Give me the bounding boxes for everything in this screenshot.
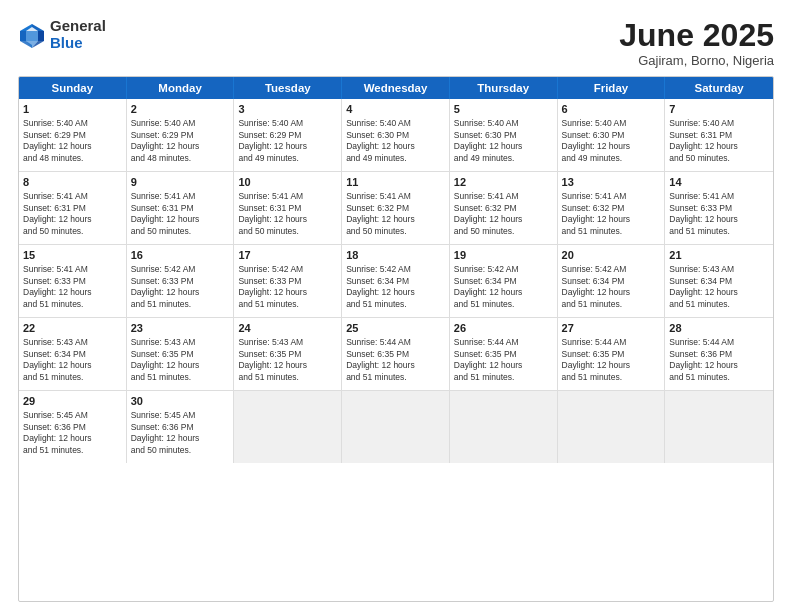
day-number: 16 <box>131 248 230 263</box>
day-cell-22: 22Sunrise: 5:43 AMSunset: 6:34 PMDayligh… <box>19 318 127 390</box>
day-cell-30: 30Sunrise: 5:45 AMSunset: 6:36 PMDayligh… <box>127 391 235 463</box>
weekday-header-monday: Monday <box>127 77 235 99</box>
weekday-header-sunday: Sunday <box>19 77 127 99</box>
logo-text: General Blue <box>50 18 106 51</box>
day-cell-2: 2Sunrise: 5:40 AMSunset: 6:29 PMDaylight… <box>127 99 235 171</box>
cell-info: Sunrise: 5:43 AMSunset: 6:35 PMDaylight:… <box>131 337 230 384</box>
day-cell-15: 15Sunrise: 5:41 AMSunset: 6:33 PMDayligh… <box>19 245 127 317</box>
day-cell-16: 16Sunrise: 5:42 AMSunset: 6:33 PMDayligh… <box>127 245 235 317</box>
day-cell-11: 11Sunrise: 5:41 AMSunset: 6:32 PMDayligh… <box>342 172 450 244</box>
day-cell-24: 24Sunrise: 5:43 AMSunset: 6:35 PMDayligh… <box>234 318 342 390</box>
cell-info: Sunrise: 5:40 AMSunset: 6:30 PMDaylight:… <box>562 118 661 165</box>
day-number: 8 <box>23 175 122 190</box>
day-cell-17: 17Sunrise: 5:42 AMSunset: 6:33 PMDayligh… <box>234 245 342 317</box>
day-number: 7 <box>669 102 769 117</box>
day-number: 21 <box>669 248 769 263</box>
cell-info: Sunrise: 5:42 AMSunset: 6:33 PMDaylight:… <box>131 264 230 311</box>
location: Gajiram, Borno, Nigeria <box>619 53 774 68</box>
day-cell-23: 23Sunrise: 5:43 AMSunset: 6:35 PMDayligh… <box>127 318 235 390</box>
logo-icon <box>18 21 46 49</box>
cell-info: Sunrise: 5:44 AMSunset: 6:36 PMDaylight:… <box>669 337 769 384</box>
svg-marker-3 <box>20 31 26 41</box>
calendar-row-5: 29Sunrise: 5:45 AMSunset: 6:36 PMDayligh… <box>19 391 773 463</box>
day-number: 30 <box>131 394 230 409</box>
day-cell-21: 21Sunrise: 5:43 AMSunset: 6:34 PMDayligh… <box>665 245 773 317</box>
calendar-row-3: 15Sunrise: 5:41 AMSunset: 6:33 PMDayligh… <box>19 245 773 318</box>
cell-info: Sunrise: 5:40 AMSunset: 6:31 PMDaylight:… <box>669 118 769 165</box>
cell-info: Sunrise: 5:44 AMSunset: 6:35 PMDaylight:… <box>454 337 553 384</box>
day-cell-19: 19Sunrise: 5:42 AMSunset: 6:34 PMDayligh… <box>450 245 558 317</box>
day-number: 29 <box>23 394 122 409</box>
cell-info: Sunrise: 5:42 AMSunset: 6:33 PMDaylight:… <box>238 264 337 311</box>
cell-info: Sunrise: 5:43 AMSunset: 6:35 PMDaylight:… <box>238 337 337 384</box>
day-number: 11 <box>346 175 445 190</box>
day-number: 14 <box>669 175 769 190</box>
day-cell-12: 12Sunrise: 5:41 AMSunset: 6:32 PMDayligh… <box>450 172 558 244</box>
day-cell-28: 28Sunrise: 5:44 AMSunset: 6:36 PMDayligh… <box>665 318 773 390</box>
svg-marker-5 <box>38 31 44 41</box>
cell-info: Sunrise: 5:41 AMSunset: 6:33 PMDaylight:… <box>23 264 122 311</box>
day-number: 2 <box>131 102 230 117</box>
cell-info: Sunrise: 5:45 AMSunset: 6:36 PMDaylight:… <box>23 410 122 457</box>
day-cell-7: 7Sunrise: 5:40 AMSunset: 6:31 PMDaylight… <box>665 99 773 171</box>
day-number: 9 <box>131 175 230 190</box>
cell-info: Sunrise: 5:41 AMSunset: 6:32 PMDaylight:… <box>346 191 445 238</box>
day-number: 19 <box>454 248 553 263</box>
weekday-header-thursday: Thursday <box>450 77 558 99</box>
day-cell-5: 5Sunrise: 5:40 AMSunset: 6:30 PMDaylight… <box>450 99 558 171</box>
cell-info: Sunrise: 5:45 AMSunset: 6:36 PMDaylight:… <box>131 410 230 457</box>
cell-info: Sunrise: 5:44 AMSunset: 6:35 PMDaylight:… <box>562 337 661 384</box>
logo-general-text: General <box>50 18 106 35</box>
calendar-body: 1Sunrise: 5:40 AMSunset: 6:29 PMDaylight… <box>19 99 773 463</box>
day-number: 15 <box>23 248 122 263</box>
day-cell-14: 14Sunrise: 5:41 AMSunset: 6:33 PMDayligh… <box>665 172 773 244</box>
cell-info: Sunrise: 5:42 AMSunset: 6:34 PMDaylight:… <box>454 264 553 311</box>
cell-info: Sunrise: 5:40 AMSunset: 6:30 PMDaylight:… <box>346 118 445 165</box>
day-number: 12 <box>454 175 553 190</box>
logo: General Blue <box>18 18 106 51</box>
header: General Blue June 2025 Gajiram, Borno, N… <box>18 18 774 68</box>
day-cell-9: 9Sunrise: 5:41 AMSunset: 6:31 PMDaylight… <box>127 172 235 244</box>
day-cell-18: 18Sunrise: 5:42 AMSunset: 6:34 PMDayligh… <box>342 245 450 317</box>
day-number: 13 <box>562 175 661 190</box>
cell-info: Sunrise: 5:41 AMSunset: 6:31 PMDaylight:… <box>23 191 122 238</box>
day-number: 17 <box>238 248 337 263</box>
weekday-header-friday: Friday <box>558 77 666 99</box>
day-number: 3 <box>238 102 337 117</box>
day-number: 26 <box>454 321 553 336</box>
day-number: 10 <box>238 175 337 190</box>
day-number: 4 <box>346 102 445 117</box>
day-number: 27 <box>562 321 661 336</box>
cell-info: Sunrise: 5:43 AMSunset: 6:34 PMDaylight:… <box>23 337 122 384</box>
day-number: 1 <box>23 102 122 117</box>
day-number: 20 <box>562 248 661 263</box>
empty-cell <box>234 391 342 463</box>
calendar-row-2: 8Sunrise: 5:41 AMSunset: 6:31 PMDaylight… <box>19 172 773 245</box>
day-cell-29: 29Sunrise: 5:45 AMSunset: 6:36 PMDayligh… <box>19 391 127 463</box>
day-cell-6: 6Sunrise: 5:40 AMSunset: 6:30 PMDaylight… <box>558 99 666 171</box>
cell-info: Sunrise: 5:44 AMSunset: 6:35 PMDaylight:… <box>346 337 445 384</box>
calendar-row-1: 1Sunrise: 5:40 AMSunset: 6:29 PMDaylight… <box>19 99 773 172</box>
day-cell-10: 10Sunrise: 5:41 AMSunset: 6:31 PMDayligh… <box>234 172 342 244</box>
cell-info: Sunrise: 5:43 AMSunset: 6:34 PMDaylight:… <box>669 264 769 311</box>
cell-info: Sunrise: 5:41 AMSunset: 6:31 PMDaylight:… <box>131 191 230 238</box>
day-cell-3: 3Sunrise: 5:40 AMSunset: 6:29 PMDaylight… <box>234 99 342 171</box>
day-cell-26: 26Sunrise: 5:44 AMSunset: 6:35 PMDayligh… <box>450 318 558 390</box>
empty-cell <box>450 391 558 463</box>
month-title: June 2025 <box>619 18 774 53</box>
weekday-header-tuesday: Tuesday <box>234 77 342 99</box>
cell-info: Sunrise: 5:41 AMSunset: 6:33 PMDaylight:… <box>669 191 769 238</box>
empty-cell <box>558 391 666 463</box>
day-cell-4: 4Sunrise: 5:40 AMSunset: 6:30 PMDaylight… <box>342 99 450 171</box>
day-cell-27: 27Sunrise: 5:44 AMSunset: 6:35 PMDayligh… <box>558 318 666 390</box>
day-number: 18 <box>346 248 445 263</box>
cell-info: Sunrise: 5:42 AMSunset: 6:34 PMDaylight:… <box>346 264 445 311</box>
cell-info: Sunrise: 5:41 AMSunset: 6:32 PMDaylight:… <box>562 191 661 238</box>
weekday-header-saturday: Saturday <box>665 77 773 99</box>
page: General Blue June 2025 Gajiram, Borno, N… <box>0 0 792 612</box>
cell-info: Sunrise: 5:41 AMSunset: 6:31 PMDaylight:… <box>238 191 337 238</box>
day-number: 28 <box>669 321 769 336</box>
day-number: 22 <box>23 321 122 336</box>
cell-info: Sunrise: 5:40 AMSunset: 6:30 PMDaylight:… <box>454 118 553 165</box>
day-cell-20: 20Sunrise: 5:42 AMSunset: 6:34 PMDayligh… <box>558 245 666 317</box>
